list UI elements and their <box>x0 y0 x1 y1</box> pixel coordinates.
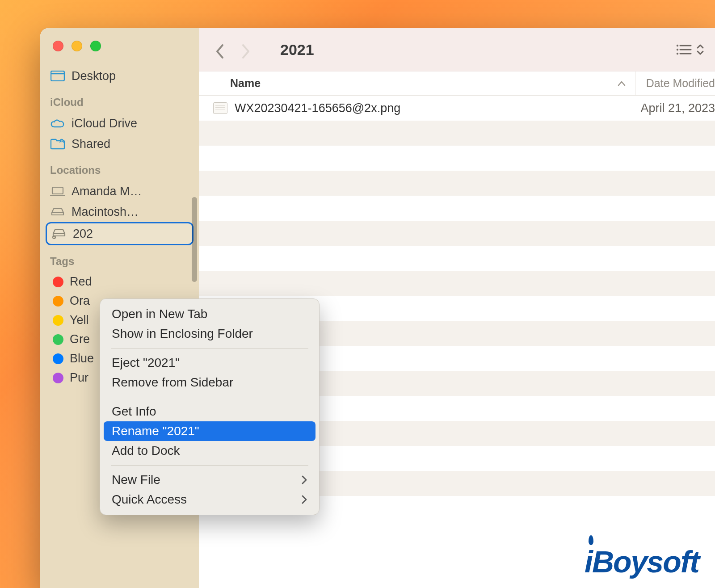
file-name: WX20230421-165656@2x.png <box>235 101 640 115</box>
menu-get-info[interactable]: Get Info <box>100 402 319 421</box>
svg-point-12 <box>677 53 678 55</box>
watermark-logo: iBoysoft <box>585 544 699 579</box>
menu-add-dock[interactable]: Add to Dock <box>100 441 319 461</box>
sidebar-scrollbar[interactable] <box>192 197 197 282</box>
sidebar-item-icloud-drive[interactable]: iCloud Drive <box>40 113 199 134</box>
menu-separator <box>111 465 308 466</box>
file-row-empty <box>199 271 715 296</box>
sidebar-item-label: iCloud Drive <box>72 117 137 130</box>
tag-dot-icon <box>53 296 63 307</box>
minimize-button[interactable] <box>72 41 82 51</box>
sidebar-item-desktop[interactable]: Desktop <box>40 66 199 86</box>
window-controls <box>40 28 199 66</box>
sidebar-item-label: Macintosh… <box>72 205 139 219</box>
sidebar-item-2021-disk[interactable]: 202 <box>46 222 193 245</box>
file-row[interactable]: WX20230421-165656@2x.png April 21, 2023 <box>199 96 715 121</box>
updown-chevron-icon <box>696 43 704 56</box>
disk-icon <box>50 204 65 219</box>
menu-separator <box>111 397 308 397</box>
sidebar-section-icloud: iCloud <box>40 86 199 113</box>
sidebar-item-amanda[interactable]: Amanda M… <box>40 181 199 202</box>
tag-dot-icon <box>53 277 63 287</box>
file-row-empty <box>199 146 715 171</box>
column-name-header[interactable]: Name <box>230 77 617 90</box>
column-headers: Name Date Modified <box>199 71 715 96</box>
menu-remove-sidebar[interactable]: Remove from Sidebar <box>100 373 319 392</box>
menu-new-file[interactable]: New File <box>100 470 319 490</box>
sidebar-item-label: Shared <box>72 137 110 151</box>
menu-eject[interactable]: Eject "2021" <box>100 353 319 373</box>
external-disk-icon <box>51 226 67 241</box>
tag-dot-icon <box>53 353 63 364</box>
sidebar-tag-red[interactable]: Red <box>40 272 199 291</box>
svg-point-7 <box>52 235 56 239</box>
tag-dot-icon <box>53 373 63 383</box>
sidebar-section-locations: Locations <box>40 154 199 181</box>
file-row-empty <box>199 196 715 221</box>
file-row-empty <box>199 171 715 196</box>
sidebar-item-label: 202 <box>73 227 93 241</box>
sidebar-section-tags: Tags <box>40 245 199 272</box>
sidebar-item-label: Amanda M… <box>72 185 142 198</box>
sidebar-item-macintosh[interactable]: Macintosh… <box>40 202 199 222</box>
laptop-icon <box>50 184 65 199</box>
tag-dot-icon <box>53 315 63 326</box>
list-view-icon <box>676 43 692 56</box>
chevron-right-icon <box>301 495 307 504</box>
close-button[interactable] <box>53 41 63 51</box>
svg-point-8 <box>677 45 678 46</box>
view-mode-button[interactable] <box>676 43 704 56</box>
forward-button[interactable] <box>241 43 253 56</box>
file-row-empty <box>199 221 715 246</box>
cloud-icon <box>50 116 65 131</box>
sidebar-item-shared[interactable]: Shared <box>40 134 199 154</box>
svg-point-10 <box>677 49 678 50</box>
file-row-empty <box>199 121 715 146</box>
sort-indicator-icon[interactable] <box>617 80 635 87</box>
svg-rect-3 <box>52 187 63 194</box>
fullscreen-button[interactable] <box>90 41 101 51</box>
sidebar-item-label: Desktop <box>72 69 116 83</box>
shared-folder-icon <box>50 136 65 151</box>
back-button[interactable] <box>215 43 227 56</box>
file-row-empty <box>199 246 715 271</box>
menu-quick-access[interactable]: Quick Access <box>100 490 319 509</box>
context-menu: Open in New Tab Show in Enclosing Folder… <box>100 298 320 515</box>
column-date-header[interactable]: Date Modified <box>635 71 715 95</box>
file-date: April 21, 2023 <box>640 101 715 115</box>
desktop-icon <box>50 68 65 84</box>
menu-separator <box>111 348 308 349</box>
menu-rename[interactable]: Rename "2021" <box>104 421 315 441</box>
sidebar-item-label: Yell <box>70 313 89 327</box>
toolbar: 2021 <box>199 28 715 71</box>
sidebar-item-label: Blue <box>70 352 94 365</box>
sidebar-item-label: Ora <box>70 294 90 308</box>
sidebar-item-label: Pur <box>70 371 88 385</box>
tag-dot-icon <box>53 334 63 345</box>
sidebar-item-label: Red <box>70 275 92 289</box>
chevron-right-icon <box>301 475 307 485</box>
menu-open-new-tab[interactable]: Open in New Tab <box>100 304 319 324</box>
window-title: 2021 <box>280 41 314 59</box>
sidebar-item-label: Gre <box>70 332 90 346</box>
image-file-icon <box>213 102 227 114</box>
menu-show-enclosing[interactable]: Show in Enclosing Folder <box>100 324 319 344</box>
svg-rect-0 <box>51 71 64 81</box>
watermark-text: iBoysoft <box>585 544 699 579</box>
